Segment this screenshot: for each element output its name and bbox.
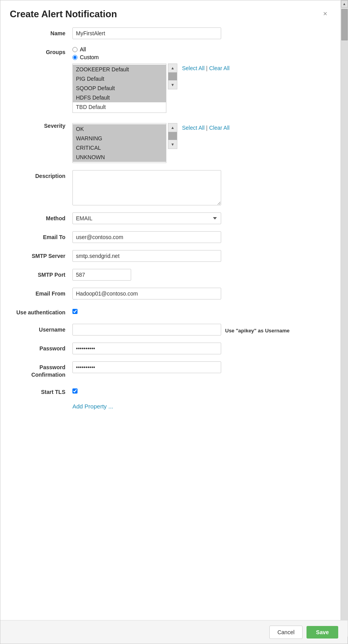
description-textarea[interactable] bbox=[72, 170, 221, 205]
use-auth-row: Use authentication bbox=[10, 307, 330, 317]
smtp-server-input[interactable] bbox=[72, 250, 221, 262]
start-tls-control-area bbox=[72, 386, 330, 394]
list-item[interactable]: HDFS Default bbox=[73, 93, 166, 102]
smtp-port-control-area bbox=[72, 269, 330, 281]
groups-clear-all-link[interactable]: Clear All bbox=[209, 65, 229, 71]
description-control-area bbox=[72, 170, 330, 205]
start-tls-checkbox-row bbox=[72, 388, 78, 394]
list-item[interactable]: UNKNOWN bbox=[73, 152, 166, 162]
severity-scroll-up[interactable]: ▲ bbox=[168, 123, 177, 132]
save-button[interactable]: Save bbox=[307, 626, 338, 639]
radio-custom-label: Custom bbox=[80, 54, 99, 60]
password-confirm-control-area bbox=[72, 361, 330, 373]
dialog-header: Create Alert Notification × bbox=[0, 0, 340, 24]
severity-row: Severity OK WARNING CRITICAL UNKNOWN ▲ ▼ bbox=[10, 120, 330, 163]
dialog-footer: Cancel Save bbox=[0, 620, 348, 644]
email-from-input[interactable] bbox=[72, 288, 221, 299]
add-property-control-area: Add Property ... bbox=[72, 403, 330, 410]
groups-listbox[interactable]: ZOOKEEPER Default PIG Default SQOOP Defa… bbox=[72, 63, 166, 113]
smtp-port-row: SMTP Port bbox=[10, 269, 330, 281]
smtp-port-input[interactable] bbox=[72, 269, 131, 281]
scroll-up-arrow[interactable]: ▲ bbox=[341, 0, 348, 7]
email-from-label: Email From bbox=[10, 288, 72, 298]
start-tls-row: Start TLS bbox=[10, 386, 330, 396]
severity-scroll-down[interactable]: ▼ bbox=[168, 140, 177, 149]
add-property-label-empty bbox=[10, 403, 72, 405]
groups-scroll-arrows: ▲ ▼ bbox=[168, 63, 177, 89]
use-auth-checkbox-row bbox=[72, 309, 78, 314]
start-tls-checkbox[interactable] bbox=[72, 388, 78, 394]
add-property-link[interactable]: Add Property ... bbox=[72, 403, 113, 410]
method-select[interactable]: EMAIL SNMP PAGERDUTY bbox=[72, 212, 221, 224]
password-confirm-label: Password Confirmation bbox=[10, 361, 72, 379]
username-control-area: Use "apikey" as Username bbox=[72, 324, 330, 336]
list-item[interactable]: WARNING bbox=[73, 134, 166, 143]
close-button[interactable]: × bbox=[320, 8, 330, 20]
list-item[interactable]: CRITICAL bbox=[73, 143, 166, 152]
password-confirm-row: Password Confirmation bbox=[10, 361, 330, 379]
groups-row: Groups All Custom bbox=[10, 46, 330, 113]
name-row: Name bbox=[10, 27, 330, 39]
username-input[interactable] bbox=[72, 324, 221, 336]
list-item[interactable]: OK bbox=[73, 124, 166, 134]
groups-listbox-container: ZOOKEEPER Default PIG Default SQOOP Defa… bbox=[72, 63, 229, 113]
groups-control-area: All Custom ZOOKEEPER Default PIG Default bbox=[72, 46, 330, 113]
scrollbar[interactable]: ▲ ▼ bbox=[341, 0, 348, 644]
username-label: Username bbox=[10, 324, 72, 334]
password-control-area bbox=[72, 343, 330, 354]
severity-select-all-link[interactable]: Select All bbox=[182, 125, 205, 131]
name-label: Name bbox=[10, 27, 72, 38]
email-to-row: Email To bbox=[10, 231, 330, 243]
smtp-server-label: SMTP Server bbox=[10, 250, 72, 260]
severity-scroll-arrows: ▲ ▼ bbox=[168, 123, 177, 149]
scroll-thumb[interactable] bbox=[341, 9, 348, 40]
description-label: Description bbox=[10, 170, 72, 180]
description-row: Description bbox=[10, 170, 330, 205]
severity-label: Severity bbox=[10, 120, 72, 130]
list-item[interactable]: PIG Default bbox=[73, 74, 166, 83]
create-alert-dialog: ▲ ▼ Create Alert Notification × Name Gro… bbox=[0, 0, 348, 644]
dialog-title: Create Alert Notification bbox=[10, 9, 117, 20]
severity-clear-all-link[interactable]: Clear All bbox=[209, 125, 229, 131]
smtp-port-label: SMTP Port bbox=[10, 269, 72, 279]
list-item[interactable]: SQOOP Default bbox=[73, 83, 166, 93]
groups-separator: | bbox=[206, 65, 208, 71]
radio-custom[interactable] bbox=[72, 55, 78, 60]
severity-listbox[interactable]: OK WARNING CRITICAL UNKNOWN bbox=[72, 123, 166, 163]
list-item[interactable]: TBD Default bbox=[73, 102, 166, 112]
radio-all-row: All bbox=[72, 46, 229, 53]
severity-listbox-container: OK WARNING CRITICAL UNKNOWN ▲ ▼ Select A… bbox=[72, 123, 229, 163]
email-to-label: Email To bbox=[10, 231, 72, 241]
radio-all-label: All bbox=[80, 46, 86, 53]
severity-separator: | bbox=[206, 125, 208, 131]
password-input[interactable] bbox=[72, 343, 221, 354]
radio-all[interactable] bbox=[72, 47, 78, 52]
severity-control-area: OK WARNING CRITICAL UNKNOWN ▲ ▼ Select A… bbox=[72, 120, 330, 163]
smtp-server-row: SMTP Server bbox=[10, 250, 330, 262]
smtp-server-control-area bbox=[72, 250, 330, 262]
dialog-body: Name Groups All bbox=[0, 24, 340, 424]
list-item[interactable]: ZOOKEEPER Default bbox=[73, 65, 166, 74]
email-from-control-area bbox=[72, 288, 330, 299]
scroll-track[interactable] bbox=[341, 7, 348, 637]
username-hint: Use "apikey" as Username bbox=[225, 327, 290, 334]
name-control-area bbox=[72, 27, 330, 39]
groups-scroll-down[interactable]: ▼ bbox=[168, 80, 177, 89]
email-from-row: Email From bbox=[10, 288, 330, 299]
name-input[interactable] bbox=[72, 27, 221, 39]
username-row: Username Use "apikey" as Username bbox=[10, 324, 330, 336]
password-confirm-input[interactable] bbox=[72, 361, 221, 373]
method-control-area: EMAIL SNMP PAGERDUTY bbox=[72, 212, 330, 224]
add-property-row: Add Property ... bbox=[10, 403, 330, 410]
groups-scroll-up[interactable]: ▲ bbox=[168, 64, 177, 73]
cancel-button[interactable]: Cancel bbox=[269, 626, 303, 639]
method-label: Method bbox=[10, 212, 72, 223]
severity-select-links: Select All | Clear All bbox=[182, 125, 229, 131]
groups-select-all-link[interactable]: Select All bbox=[182, 65, 205, 71]
groups-label: Groups bbox=[10, 46, 72, 56]
method-row: Method EMAIL SNMP PAGERDUTY bbox=[10, 212, 330, 224]
use-auth-checkbox[interactable] bbox=[72, 309, 78, 314]
password-label: Password bbox=[10, 343, 72, 353]
groups-radio-group: All Custom bbox=[72, 46, 229, 60]
email-to-input[interactable] bbox=[72, 231, 221, 243]
